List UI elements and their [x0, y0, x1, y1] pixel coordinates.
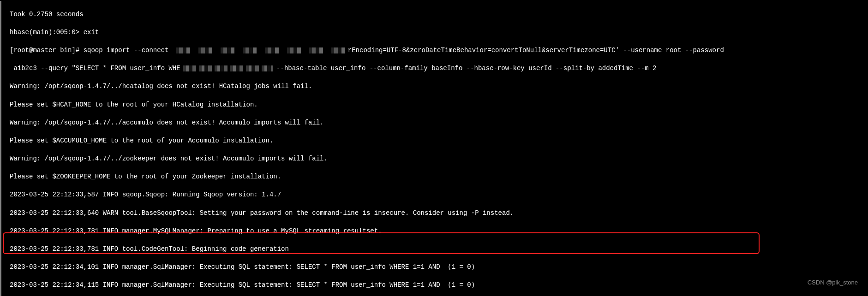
cmd-head: a1b2c3 --query "SELECT * FROM user_info …: [10, 65, 180, 72]
redacted-connection-string: [173, 47, 348, 53]
cmd-tail: rEncoding=UTF-8&zeroDateTimeBehavior=con…: [348, 47, 724, 54]
log-line: a1b2c3 --query "SELECT * FROM user_info …: [10, 64, 868, 73]
log-line: Warning: /opt/sqoop-1.4.7/../zookeeper d…: [10, 154, 868, 164]
redacted-query-fragment: [180, 65, 273, 71]
log-line: 2023-03-25 22:12:33,640 WARN tool.BaseSq…: [10, 209, 868, 218]
log-line: 2023-03-25 22:12:34,101 INFO manager.Sql…: [10, 263, 868, 272]
log-line: Warning: /opt/sqoop-1.4.7/../hcatalog do…: [10, 82, 868, 91]
log-line: 2023-03-25 22:12:33,587 INFO sqoop.Sqoop…: [10, 190, 868, 200]
terminal-output: Took 0.2750 seconds hbase(main):005:0> e…: [0, 1, 868, 296]
watermark-text: CSDN @pik_stone: [808, 278, 858, 287]
log-line: Warning: /opt/sqoop-1.4.7/../accumulo do…: [10, 118, 868, 128]
log-line: Please set $ZOOKEEPER_HOME to the root o…: [10, 172, 868, 182]
log-line: Please set $HCAT_HOME to the root of you…: [10, 101, 868, 110]
log-line: 2023-03-25 22:12:33,781 INFO manager.MyS…: [10, 227, 868, 236]
log-line: hbase(main):005:0> exit: [10, 28, 868, 37]
log-line: Please set $ACCUMULO_HOME to the root of…: [10, 136, 868, 146]
log-line: 2023-03-25 22:12:34,115 INFO manager.Sql…: [10, 281, 868, 290]
log-line: [root@master bin]# sqoop import --connec…: [10, 46, 868, 55]
log-line: Took 0.2750 seconds: [10, 10, 868, 19]
cmd-tail: --hbase-table user_info --column-family …: [273, 65, 657, 72]
prompt-text: [root@master bin]# sqoop import --connec…: [10, 47, 173, 54]
log-line: 2023-03-25 22:12:33,781 INFO tool.CodeGe…: [10, 245, 868, 254]
